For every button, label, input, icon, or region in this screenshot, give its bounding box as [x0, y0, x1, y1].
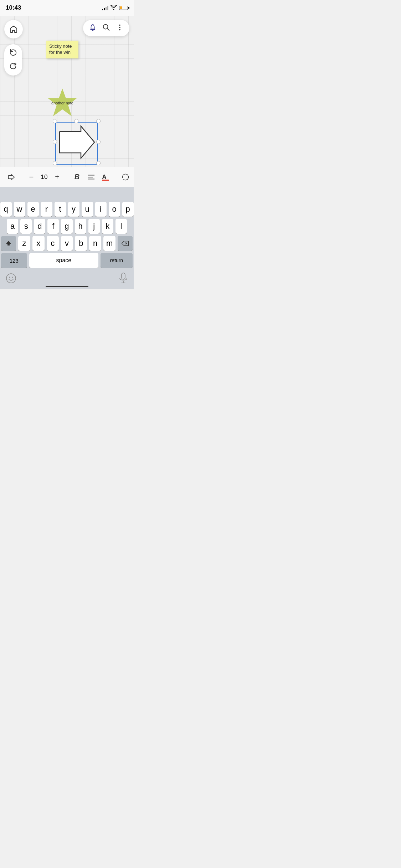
format-toolbar: − 10 + B A	[0, 167, 134, 187]
key-d[interactable]: d	[34, 219, 45, 234]
more-options-icon[interactable]	[116, 24, 124, 33]
key-m[interactable]: m	[103, 236, 115, 251]
font-size-display: 10	[40, 174, 48, 181]
arrow-shape-selected[interactable]	[55, 122, 98, 165]
key-row-1: q w e r t y u i o p	[1, 202, 133, 217]
key-t[interactable]: t	[55, 202, 66, 217]
arrow-tool-button[interactable]	[6, 172, 17, 182]
key-g[interactable]: g	[61, 219, 72, 234]
signal-icon	[102, 6, 108, 10]
battery-icon	[119, 6, 128, 10]
search-icon[interactable]	[102, 24, 110, 33]
font-size-controls: − 10 +	[26, 171, 63, 183]
key-l[interactable]: l	[115, 219, 127, 234]
key-s[interactable]: s	[20, 219, 32, 234]
star-note-text: another note	[51, 100, 73, 105]
increase-font-size-button[interactable]: +	[51, 171, 63, 182]
svg-point-3	[119, 27, 120, 28]
svg-point-2	[119, 25, 120, 26]
wifi-icon	[110, 5, 117, 11]
resize-handle-tl[interactable]	[53, 119, 57, 123]
key-z[interactable]: z	[18, 236, 30, 251]
emoji-button[interactable]	[6, 273, 16, 285]
svg-line-1	[107, 29, 109, 30]
sticky-note[interactable]: Sticky note for the win	[46, 41, 78, 58]
key-p[interactable]: p	[122, 202, 134, 217]
space-key[interactable]: space	[29, 253, 98, 268]
undo-redo-panel	[4, 44, 22, 76]
sticky-note-text: Sticky note for the win	[49, 43, 72, 55]
status-time: 10:43	[6, 4, 21, 11]
undo-button[interactable]	[9, 48, 17, 58]
status-icons	[102, 5, 128, 11]
resize-handle-mr[interactable]	[96, 140, 101, 144]
key-h[interactable]: h	[75, 219, 86, 234]
key-b[interactable]: b	[75, 236, 87, 251]
key-a[interactable]: a	[7, 219, 18, 234]
home-button[interactable]	[4, 20, 23, 38]
resize-handle-br[interactable]	[96, 161, 101, 165]
shift-key[interactable]	[1, 236, 16, 251]
key-f[interactable]: f	[47, 219, 59, 234]
canvas-area[interactable]: Sticky note for the win another note − 1…	[0, 16, 134, 187]
key-row-4: 123 space return	[1, 253, 133, 268]
svg-rect-11	[7, 244, 10, 246]
keyboard: q w e r t y u i o p a s d f g h j k l	[0, 185, 134, 289]
arrow-shape-svg	[56, 123, 98, 165]
key-r[interactable]: r	[41, 202, 52, 217]
resize-handle-tr[interactable]	[74, 119, 78, 123]
top-toolbar	[83, 20, 129, 36]
numbers-key[interactable]: 123	[1, 253, 27, 268]
key-x[interactable]: x	[32, 236, 45, 251]
text-color-button[interactable]: A	[100, 172, 111, 182]
home-indicator	[46, 286, 88, 287]
svg-point-16	[12, 277, 13, 278]
key-k[interactable]: k	[102, 219, 113, 234]
decrease-font-size-button[interactable]: −	[26, 171, 37, 183]
key-n[interactable]: n	[89, 236, 101, 251]
svg-point-4	[119, 29, 120, 31]
bell-icon[interactable]	[89, 24, 97, 33]
align-button[interactable]	[86, 172, 97, 182]
resize-handle-bl[interactable]	[53, 161, 57, 165]
svg-rect-10	[102, 180, 109, 181]
key-q[interactable]: q	[0, 202, 12, 217]
key-row-2: a s d f g h j k l	[1, 219, 133, 234]
key-y[interactable]: y	[68, 202, 79, 217]
resize-handle-ml[interactable]	[53, 140, 57, 144]
mic-button[interactable]	[119, 273, 128, 285]
return-key[interactable]: return	[101, 253, 133, 268]
bold-button[interactable]: B	[71, 171, 83, 182]
key-c[interactable]: c	[47, 236, 59, 251]
status-bar: 10:43	[0, 0, 134, 16]
key-v[interactable]: v	[61, 236, 73, 251]
key-i[interactable]: i	[95, 202, 107, 217]
keyboard-body: q w e r t y u i o p a s d f g h j k l	[0, 185, 134, 272]
svg-rect-17	[122, 273, 125, 279]
svg-point-14	[6, 274, 16, 283]
key-row-3: z x c v b n m	[1, 236, 133, 251]
key-u[interactable]: u	[82, 202, 93, 217]
key-o[interactable]: o	[109, 202, 120, 217]
key-w[interactable]: w	[14, 202, 25, 217]
more-format-button[interactable]	[120, 171, 131, 183]
backspace-key[interactable]	[118, 236, 133, 251]
svg-point-15	[9, 277, 10, 278]
predictive-row	[1, 188, 133, 202]
key-j[interactable]: j	[88, 219, 100, 234]
resize-handle-tm[interactable]	[96, 119, 101, 123]
redo-button[interactable]	[9, 62, 17, 71]
star-note[interactable]: another note	[45, 85, 80, 121]
key-e[interactable]: e	[27, 202, 39, 217]
